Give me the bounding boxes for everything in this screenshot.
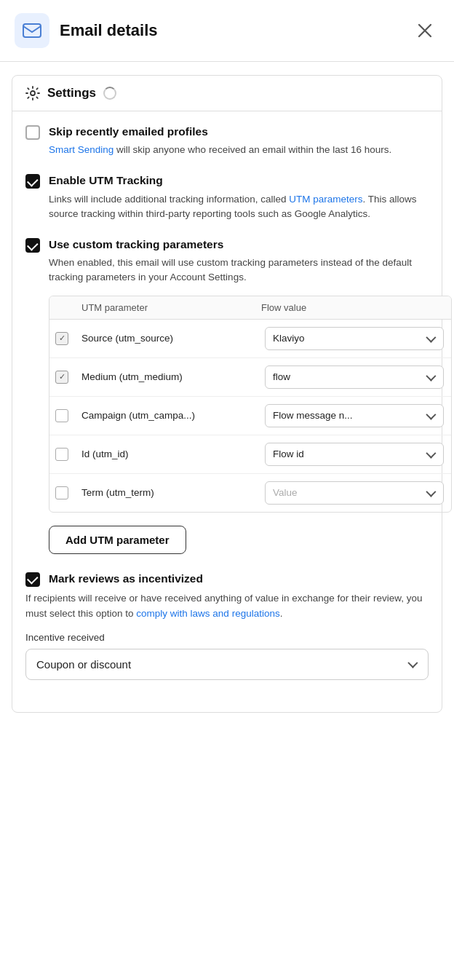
mark-reviews-checkbox[interactable] [25,572,40,587]
utm-campaign-param: Campaign (utm_campa...) [81,410,260,421]
mark-reviews-item: Mark reviews as incentivized If recipien… [25,572,429,680]
use-custom-tracking-row: Use custom tracking parameters When enab… [25,237,429,285]
utm-id-select[interactable]: Flow id [265,443,444,466]
utm-campaign-value: Flow message n... [273,410,353,421]
enable-utm-tracking-item: Enable UTM Tracking Links will include a… [25,173,429,221]
utm-id-checkbox[interactable] [55,448,68,461]
utm-term-value: Value [273,487,298,498]
use-custom-tracking-checkbox[interactable] [25,238,40,253]
enable-utm-tracking-label: Enable UTM Tracking [49,174,163,186]
add-utm-parameter-button[interactable]: Add UTM parameter [49,526,186,554]
email-icon [23,23,41,38]
page-title: Email details [60,21,158,40]
comply-laws-link[interactable]: comply with laws and regulations [136,608,279,619]
utm-term-select[interactable]: Value [265,481,444,505]
smart-sending-link[interactable]: Smart Sending [49,144,114,155]
mark-reviews-desc: If recipients will receive or have recei… [25,591,429,622]
incentive-value: Coupon or discount [36,658,131,671]
chevron-down-icon [424,448,436,460]
table-row: Campaign (utm_campa...) Flow message n..… [49,397,451,435]
skip-recently-emailed-label: Skip recently emailed profiles [49,125,208,138]
table-row: Term (utm_term) Value [49,474,451,512]
enable-utm-tracking-row: Enable UTM Tracking Links will include a… [25,173,429,221]
utm-medium-checkbox[interactable] [55,371,68,384]
svg-rect-0 [23,24,41,37]
utm-medium-param: Medium (utm_medium) [81,371,260,382]
skip-recently-emailed-label-wrap: Skip recently emailed profiles Smart Sen… [49,125,391,157]
utm-source-param: Source (utm_source) [81,333,260,344]
utm-value-col-header: Flow value [261,302,441,313]
utm-campaign-select[interactable]: Flow message n... [265,404,444,427]
mark-reviews-row: Mark reviews as incentivized [25,572,429,587]
chevron-down-icon [424,487,436,499]
close-button[interactable] [413,19,437,42]
use-custom-tracking-label-wrap: Use custom tracking parameters When enab… [49,237,429,285]
header-divider [0,61,454,62]
utm-header-empty [60,302,81,313]
utm-term-param: Term (utm_term) [81,487,260,498]
skip-recently-emailed-row: Skip recently emailed profiles Smart Sen… [25,125,429,157]
header-left: Email details [15,13,158,48]
table-row: Id (utm_id) Flow id [49,435,451,474]
settings-panel: Settings Skip recently emailed profiles … [12,75,442,713]
header: Email details [0,0,454,61]
use-custom-tracking-item: Use custom tracking parameters When enab… [25,237,429,554]
utm-medium-select[interactable]: flow [265,365,444,389]
mark-reviews-label-wrap: Mark reviews as incentivized [49,572,203,586]
utm-source-checkbox[interactable] [55,332,68,345]
skip-recently-emailed-desc: Smart Sending will skip anyone who recei… [49,143,391,157]
use-custom-tracking-desc: When enabled, this email will use custom… [49,256,429,285]
skip-recently-emailed-checkbox[interactable] [25,125,40,140]
utm-medium-value: flow [273,371,290,382]
utm-table: UTM parameter Flow value Source (utm_sou… [49,296,452,513]
svg-point-1 [31,91,35,95]
settings-title: Settings [47,86,96,100]
utm-table-header: UTM parameter Flow value [49,296,451,320]
email-details-panel: Email details Settings Skip r [0,0,454,980]
utm-id-value: Flow id [273,448,304,459]
mark-reviews-desc-suffix: . [280,608,283,619]
incentive-received-label: Incentive received [25,632,429,643]
table-row: Medium (utm_medium) flow [49,358,451,397]
utm-id-param: Id (utm_id) [81,448,260,459]
utm-param-col-header: UTM parameter [81,302,261,313]
chevron-down-icon [424,371,436,383]
email-icon-wrap [15,13,49,48]
utm-parameters-link[interactable]: UTM parameters [289,194,362,205]
incentive-received-select[interactable]: Coupon or discount [25,649,429,680]
settings-header: Settings [12,76,442,111]
utm-desc-prefix: Links will include additional tracking i… [49,194,289,205]
utm-campaign-checkbox[interactable] [55,409,68,422]
utm-term-checkbox[interactable] [55,486,68,499]
enable-utm-tracking-label-wrap: Enable UTM Tracking Links will include a… [49,173,429,221]
table-row: Source (utm_source) Klaviyo [49,320,451,358]
chevron-down-icon [424,333,436,344]
loading-spinner-icon [103,87,116,100]
utm-source-value: Klaviyo [273,333,305,344]
enable-utm-tracking-desc: Links will include additional tracking i… [49,192,429,222]
chevron-down-icon [424,410,436,422]
use-custom-tracking-label: Use custom tracking parameters [49,238,223,250]
gear-icon [25,86,40,100]
skip-desc-text: will skip anyone who received an email w… [114,144,391,155]
enable-utm-tracking-checkbox[interactable] [25,174,40,189]
mark-reviews-label: Mark reviews as incentivized [49,572,203,585]
utm-source-select[interactable]: Klaviyo [265,327,444,350]
close-icon [417,23,433,39]
skip-recently-emailed-item: Skip recently emailed profiles Smart Sen… [25,125,429,157]
chevron-down-icon [406,658,418,670]
settings-body: Skip recently emailed profiles Smart Sen… [12,111,442,712]
